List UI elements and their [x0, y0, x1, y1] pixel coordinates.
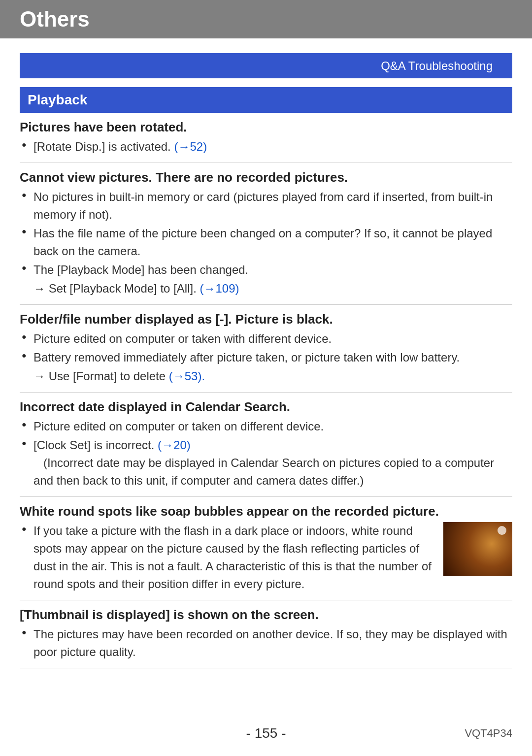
problem-cannot-view: Cannot view pictures. There are no recor…	[20, 163, 512, 305]
section-title: Playback	[28, 92, 87, 107]
page-title: Others	[20, 7, 90, 31]
link-20[interactable]: (→20)	[158, 438, 191, 452]
extra-text: (Incorrect date may be displayed in Cale…	[33, 456, 494, 487]
bullet-item: [Rotate Disp.] is activated. (→52)	[20, 138, 512, 156]
bullet-list-5: If you take a picture with the flash in …	[20, 522, 512, 593]
problem-title-6: [Thumbnail is displayed] is shown on the…	[20, 607, 512, 623]
problem-pictures-rotated: Pictures have been rotated. [Rotate Disp…	[20, 113, 512, 163]
problem-title-4: Incorrect date displayed in Calendar Sea…	[20, 399, 512, 415]
footer-code: VQT4P34	[465, 727, 512, 740]
problem-title-3: Folder/file number displayed as [-]. Pic…	[20, 312, 512, 327]
problem-thumbnail: [Thumbnail is displayed] is shown on the…	[20, 600, 512, 668]
bullet-list-2: No pictures in built-in memory or card (…	[20, 188, 512, 297]
content-area: Pictures have been rotated. [Rotate Disp…	[20, 113, 512, 668]
bullet-item: The pictures may have been recorded on a…	[20, 625, 512, 661]
problem-title-5: White round spots like soap bubbles appe…	[20, 504, 512, 519]
bullet-item-indent: → Use [Format] to delete (→53).	[20, 367, 512, 385]
bullet-list-3: Picture edited on computer or taken with…	[20, 330, 512, 385]
bullet-list-6: The pictures may have been recorded on a…	[20, 625, 512, 661]
page-number: - 155 -	[246, 725, 286, 741]
problem-title-1: Pictures have been rotated.	[20, 120, 512, 135]
bullet-item: No pictures in built-in memory or card (…	[20, 188, 512, 224]
link-52[interactable]: (→52)	[174, 140, 207, 153]
bullet-item: If you take a picture with the flash in …	[20, 522, 512, 593]
qa-bar: Q&A Troubleshooting	[20, 53, 512, 78]
bullet-item: Has the file name of the picture been ch…	[20, 225, 512, 260]
problem-title-2: Cannot view pictures. There are no recor…	[20, 170, 512, 185]
problem-incorrect-date: Incorrect date displayed in Calendar Sea…	[20, 393, 512, 497]
link-109[interactable]: (→109)	[200, 282, 239, 295]
link-53[interactable]: (→53).	[169, 369, 205, 383]
qa-bar-text: Q&A Troubleshooting	[381, 59, 493, 72]
bullet-list-1: [Rotate Disp.] is activated. (→52)	[20, 138, 512, 156]
problem-folder-file: Folder/file number displayed as [-]. Pic…	[20, 305, 512, 393]
bullet-item-indent: → Set [Playback Mode] to [All]. (→109)	[20, 280, 512, 297]
bullet-item: Battery removed immediately after pictur…	[20, 349, 512, 366]
bullet-list-4: Picture edited on computer or taken on d…	[20, 418, 512, 490]
bullet-item: The [Playback Mode] has been changed.	[20, 261, 512, 279]
page-footer: - 155 - VQT4P34	[0, 725, 532, 741]
bullet-item: Picture edited on computer or taken on d…	[20, 418, 512, 435]
bullet-item: [Clock Set] is incorrect. (→20) (Incorre…	[20, 436, 512, 490]
problem-white-spots: White round spots like soap bubbles appe…	[20, 497, 512, 600]
bullet-item: Picture edited on computer or taken with…	[20, 330, 512, 348]
page-header: Others	[0, 0, 532, 38]
section-header: Playback	[20, 87, 512, 113]
